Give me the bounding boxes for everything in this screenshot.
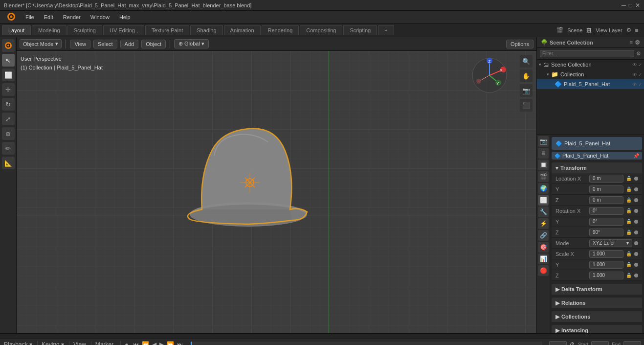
render-menu[interactable]: Render xyxy=(59,13,85,21)
constraints-tab[interactable]: 🎯 xyxy=(538,242,549,253)
location-x-lock-icon[interactable]: 🔒 xyxy=(625,176,632,181)
step-forward-button[interactable]: ⏩ xyxy=(166,341,175,345)
scale-tool-button[interactable]: ⤢ xyxy=(2,113,15,125)
add-workspace-button[interactable]: + xyxy=(378,25,394,35)
instancing-section-header[interactable]: ▶ Instancing xyxy=(552,325,642,333)
outliner-filter-icon[interactable]: ≡ xyxy=(629,39,633,46)
filter-icon[interactable]: ⚙ xyxy=(636,50,641,57)
object-mode-dropdown[interactable]: Object Mode ▾ xyxy=(20,39,62,48)
tab-shading[interactable]: Shading xyxy=(190,25,222,35)
record-button[interactable]: ● xyxy=(124,341,129,345)
location-y-lock-icon[interactable]: 🔒 xyxy=(625,186,632,192)
view-layer-tab[interactable]: 🔲 xyxy=(538,160,549,170)
render-settings-icon[interactable]: ⚙ xyxy=(626,27,631,33)
scale-y-input[interactable]: 1.000 xyxy=(589,261,623,269)
blender-menu[interactable] xyxy=(3,11,20,23)
transform-tool-button[interactable]: ⊕ xyxy=(2,127,15,140)
tab-rendering[interactable]: Rendering xyxy=(262,25,299,35)
output-tab[interactable]: 🖥 xyxy=(538,148,549,159)
delta-section-header[interactable]: ▶ Delta Transform xyxy=(552,284,642,295)
tab-texture-paint[interactable]: Texture Paint xyxy=(145,25,189,35)
outliner-row-hat[interactable]: 🔷 Plaid_5_Panel_Hat 👁 ✓ xyxy=(537,79,644,89)
start-frame-input[interactable]: 1 xyxy=(591,341,609,345)
scene-tab[interactable]: 🎬 xyxy=(538,171,549,182)
current-frame-input[interactable]: 1 xyxy=(549,341,567,345)
collection-visibility-icon[interactable]: 👁 xyxy=(632,72,637,77)
viewport-canvas[interactable]: User Perspective (1) Collection | Plaid_… xyxy=(17,51,536,333)
outliner-row-collection[interactable]: ▾ 📁 Collection 👁 ✓ xyxy=(537,69,644,79)
location-z-lock-icon[interactable]: 🔒 xyxy=(625,197,632,203)
close-button[interactable]: ✕ xyxy=(635,2,640,9)
file-menu[interactable]: File xyxy=(22,13,38,21)
jump-end-button[interactable]: ⏭ xyxy=(176,341,184,345)
hat-render-icon[interactable]: ✓ xyxy=(638,82,642,87)
outliner-settings-icon[interactable]: ⚙ xyxy=(635,39,640,46)
world-tab[interactable]: 🌍 xyxy=(538,183,549,194)
measure-tool-button[interactable]: 📐 xyxy=(2,157,15,169)
object-menu-button[interactable]: Object xyxy=(141,40,166,48)
keying-label[interactable]: Keying ▾ xyxy=(41,341,65,345)
object-type-dropdown[interactable]: Plaid_5_Panel_Hat xyxy=(562,153,608,159)
location-x-input[interactable]: 0 m xyxy=(589,175,623,183)
rotation-x-input[interactable]: 0° xyxy=(589,207,623,215)
scale-z-lock-icon[interactable]: 🔒 xyxy=(625,273,632,278)
rotation-z-input[interactable]: 90° xyxy=(589,229,623,236)
render-icon[interactable]: ✓ xyxy=(638,62,642,68)
annotate-tool-button[interactable]: ✏ xyxy=(2,142,15,155)
tab-animation[interactable]: Animation xyxy=(224,25,261,35)
rotation-y-lock-icon[interactable]: 🔒 xyxy=(625,219,632,224)
playback-label[interactable]: Playback ▾ xyxy=(3,341,33,345)
tab-sculpting[interactable]: Sculpting xyxy=(67,25,102,35)
material-tab[interactable]: 🔴 xyxy=(538,265,549,276)
rotation-mode-dropdown[interactable]: XYZ Euler ▾ xyxy=(589,239,632,247)
physics-tab[interactable]: 🔗 xyxy=(538,230,549,241)
timeline-track[interactable] xyxy=(191,342,542,345)
jump-back-button[interactable]: ⏪ xyxy=(141,341,150,345)
select-box-tool-button[interactable]: ⬜ xyxy=(2,69,15,81)
outliner-row-scene-collection[interactable]: ▾ 🗂 Scene Collection 👁 ✓ xyxy=(537,60,644,69)
play-button[interactable]: ▶ xyxy=(158,341,165,345)
scale-x-lock-icon[interactable]: 🔒 xyxy=(625,251,632,256)
maximize-button[interactable]: □ xyxy=(629,2,632,9)
pin-icon[interactable]: 📌 xyxy=(633,153,639,159)
scale-y-lock-icon[interactable]: 🔒 xyxy=(625,262,632,267)
scale-z-input[interactable]: 1.000 xyxy=(589,272,623,279)
location-y-input[interactable]: 0 m xyxy=(589,185,623,193)
edit-menu[interactable]: Edit xyxy=(40,13,57,21)
move-tool-button[interactable]: ✛ xyxy=(2,83,15,96)
zoom-to-selected-button[interactable]: 🔍 xyxy=(520,55,533,68)
ortho-view-button[interactable]: ⬛ xyxy=(520,99,533,112)
modifier-tab[interactable]: 🔧 xyxy=(538,207,549,217)
navigation-gizmo[interactable]: X Y Z xyxy=(470,56,509,95)
tab-uv-editing[interactable]: UV Editing , xyxy=(103,25,144,35)
camera-view-button[interactable]: 📷 xyxy=(520,84,533,97)
tab-compositing[interactable]: Compositing xyxy=(300,25,342,35)
hat-visibility-icon[interactable]: 👁 xyxy=(632,82,637,87)
select-tool-button[interactable]: ↖ xyxy=(2,54,15,67)
rotation-y-input[interactable]: 0° xyxy=(589,218,623,226)
collection-render-icon[interactable]: ✓ xyxy=(638,72,642,77)
rotation-z-lock-icon[interactable]: 🔒 xyxy=(625,230,632,235)
hat-object[interactable] xyxy=(173,102,310,239)
tab-layout[interactable]: Layout xyxy=(2,25,31,35)
step-back-button[interactable]: ◀ xyxy=(151,341,157,345)
viewport[interactable]: Object Mode ▾ View Select Add Object ⊕ G… xyxy=(17,37,536,333)
transform-section-header[interactable]: ▾ Transform xyxy=(552,162,642,173)
scale-x-input[interactable]: 1.000 xyxy=(589,250,623,258)
object-tab[interactable]: ⬜ xyxy=(538,195,549,206)
filter-icon[interactable]: ≡ xyxy=(635,27,638,33)
view-label-timeline[interactable]: View xyxy=(72,341,87,345)
location-z-input[interactable]: 0 m xyxy=(589,196,623,204)
render-tab[interactable]: 📷 xyxy=(538,136,549,147)
relations-section-header[interactable]: ▶ Relations xyxy=(552,298,642,308)
visibility-icon[interactable]: 👁 xyxy=(632,62,637,68)
outliner-search-input[interactable] xyxy=(540,50,634,57)
marker-label[interactable]: Marker xyxy=(94,341,114,345)
options-button[interactable]: Options xyxy=(506,40,533,48)
view-menu-button[interactable]: View xyxy=(70,40,90,48)
particles-tab[interactable]: ⚡ xyxy=(538,218,549,229)
window-menu[interactable]: Window xyxy=(87,13,113,21)
jump-start-button[interactable]: ⏮ xyxy=(132,341,140,345)
transform-space-dropdown[interactable]: ⊕ Global ▾ xyxy=(174,39,209,48)
rotation-x-lock-icon[interactable]: 🔒 xyxy=(625,208,632,213)
